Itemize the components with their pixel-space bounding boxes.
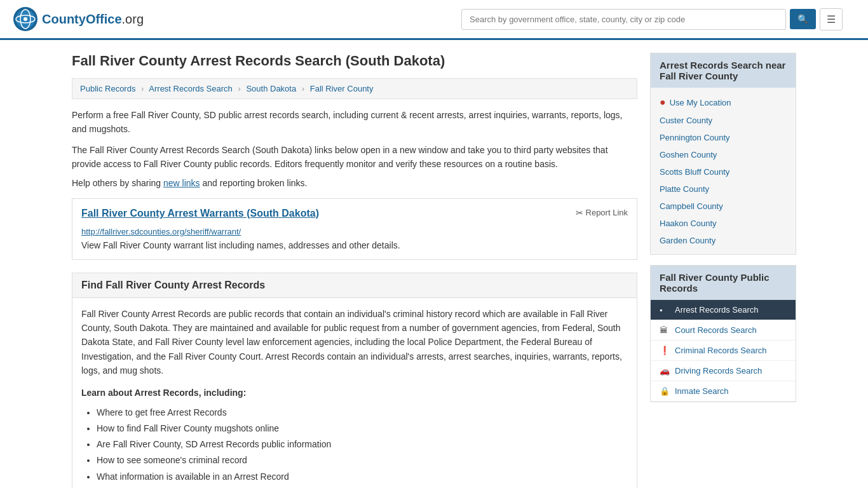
nearby-county-link[interactable]: Garden County bbox=[660, 236, 715, 245]
nearby-county-link[interactable]: Scotts Bluff County bbox=[660, 167, 729, 177]
intro-paragraph-2: The Fall River County Arrest Records Sea… bbox=[72, 143, 637, 172]
pr-link[interactable]: Inmate Search bbox=[675, 386, 729, 396]
main-container: Fall River County Arrest Records Search … bbox=[59, 40, 809, 488]
public-records-header: Fall River County Public Records bbox=[651, 266, 796, 300]
learn-list-item: Where to get free Arrest Records bbox=[97, 405, 628, 421]
pr-link[interactable]: Driving Records Search bbox=[675, 366, 762, 376]
nearby-county-item[interactable]: Custer County bbox=[651, 112, 796, 129]
intro-paragraph-1: Perform a free Fall River County, SD pub… bbox=[72, 108, 637, 137]
nearby-county-link[interactable]: Campbell County bbox=[660, 201, 723, 211]
nearby-county-link[interactable]: Haakon County bbox=[660, 219, 717, 228]
nearby-section: Arrest Records Search near Fall River Co… bbox=[650, 53, 796, 255]
sidebar: Arrest Records Search near Fall River Co… bbox=[650, 53, 796, 488]
pr-label: Arrest Records Search bbox=[675, 305, 759, 315]
pr-icon: 🏛 bbox=[660, 325, 670, 335]
nearby-county-item[interactable]: Garden County bbox=[651, 232, 796, 249]
search-button[interactable]: 🔍 bbox=[790, 9, 816, 29]
pr-icon: ❗ bbox=[660, 346, 670, 355]
breadcrumb: Public Records › Arrest Records Search ›… bbox=[72, 78, 637, 99]
nearby-county-link[interactable]: Goshen County bbox=[660, 150, 717, 159]
pr-icon: ▪ bbox=[660, 306, 670, 315]
page-title: Fall River County Arrest Records Search … bbox=[72, 53, 637, 69]
warrant-url-link[interactable]: http://fallriver.sdcounties.org/sheriff/… bbox=[81, 227, 628, 236]
warrant-record-box: Fall River County Arrest Warrants (South… bbox=[72, 198, 637, 260]
search-bar: 🔍 ☰ bbox=[461, 8, 843, 30]
breadcrumb-south-dakota[interactable]: South Dakota bbox=[246, 84, 296, 93]
breadcrumb-sep-3: › bbox=[302, 84, 304, 93]
site-header: CountyOffice.org 🔍 ☰ bbox=[0, 0, 868, 40]
new-links-link[interactable]: new links bbox=[163, 178, 200, 188]
nearby-county-item[interactable]: Campbell County bbox=[651, 198, 796, 215]
location-icon: ● bbox=[660, 97, 666, 108]
nearby-county-link[interactable]: Custer County bbox=[660, 116, 712, 125]
learn-list-item: How to find Fall River County mugshots o… bbox=[97, 421, 628, 437]
warrant-title-link[interactable]: Fall River County Arrest Warrants (South… bbox=[81, 208, 319, 219]
nearby-header: Arrest Records Search near Fall River Co… bbox=[651, 53, 796, 88]
share-paragraph: Help others by sharing new links and rep… bbox=[72, 178, 637, 188]
use-my-location-item[interactable]: ● Use My Location bbox=[651, 93, 796, 112]
nearby-county-item[interactable]: Goshen County bbox=[651, 146, 796, 163]
logo-icon bbox=[13, 6, 38, 32]
breadcrumb-arrest-records[interactable]: Arrest Records Search bbox=[149, 84, 233, 93]
learn-list-item: What information is available in an Arre… bbox=[97, 469, 628, 485]
nearby-county-item[interactable]: Scotts Bluff County bbox=[651, 163, 796, 180]
public-records-item[interactable]: ▪Arrest Records Search bbox=[651, 300, 796, 320]
public-records-item[interactable]: ❗Criminal Records Search bbox=[651, 341, 796, 361]
pr-link[interactable]: Criminal Records Search bbox=[675, 346, 767, 355]
search-input[interactable] bbox=[461, 9, 786, 30]
breadcrumb-sep-1: › bbox=[141, 84, 144, 93]
find-records-body: Fall River County Arrest Records are pub… bbox=[72, 298, 637, 488]
breadcrumb-sep-2: › bbox=[238, 84, 240, 93]
find-records-header: Find Fall River County Arrest Records bbox=[72, 273, 637, 298]
nearby-list: ● Use My Location Custer CountyPenningto… bbox=[651, 88, 796, 254]
learn-list-item: How to see someone's criminal record bbox=[97, 452, 628, 468]
nearby-county-item[interactable]: Platte County bbox=[651, 180, 796, 198]
learn-list: Where to get free Arrest RecordsHow to f… bbox=[81, 405, 628, 485]
pr-icon: 🔒 bbox=[660, 386, 670, 396]
public-records-section: Fall River County Public Records ▪Arrest… bbox=[650, 265, 796, 402]
menu-button[interactable]: ☰ bbox=[820, 8, 843, 30]
find-records-paragraph: Fall River County Arrest Records are pub… bbox=[81, 307, 628, 378]
nearby-county-item[interactable]: Pennington County bbox=[651, 129, 796, 146]
breadcrumb-public-records[interactable]: Public Records bbox=[80, 84, 135, 93]
breadcrumb-fall-river[interactable]: Fall River County bbox=[310, 84, 374, 93]
learn-list-item: Are Fall River County, SD Arrest Records… bbox=[97, 437, 628, 452]
nearby-county-link[interactable]: Platte County bbox=[660, 184, 709, 194]
svg-point-4 bbox=[24, 17, 27, 21]
public-records-item[interactable]: 🔒Inmate Search bbox=[651, 381, 796, 402]
content-area: Fall River County Arrest Records Search … bbox=[72, 53, 637, 488]
public-records-item[interactable]: 🚗Driving Records Search bbox=[651, 361, 796, 381]
pr-icon: 🚗 bbox=[660, 366, 670, 376]
nearby-county-link[interactable]: Pennington County bbox=[660, 133, 730, 142]
pr-link[interactable]: Court Records Search bbox=[675, 325, 757, 335]
find-records-section: Find Fall River County Arrest Records Fa… bbox=[72, 273, 637, 488]
report-link-button[interactable]: ✂ Report Link bbox=[576, 208, 628, 218]
learn-heading: Learn about Arrest Records, including: bbox=[81, 386, 628, 400]
nearby-county-item[interactable]: Haakon County bbox=[651, 215, 796, 232]
logo-wordmark: CountyOffice.org bbox=[42, 12, 144, 27]
public-records-item[interactable]: 🏛Court Records Search bbox=[651, 320, 796, 341]
warrant-description: View Fall River County warrant list incl… bbox=[81, 240, 628, 250]
logo[interactable]: CountyOffice.org bbox=[13, 6, 144, 32]
scissors-icon: ✂ bbox=[576, 208, 583, 218]
use-my-location-link[interactable]: Use My Location bbox=[670, 98, 731, 107]
